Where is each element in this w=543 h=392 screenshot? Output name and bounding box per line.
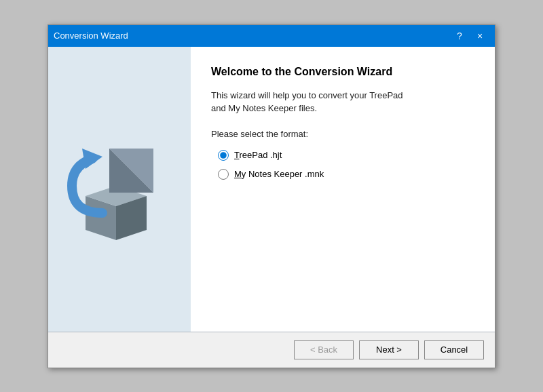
title-bar: Conversion Wizard ? ×: [48, 25, 495, 47]
next-button[interactable]: Next >: [359, 340, 419, 359]
svg-marker-5: [82, 149, 102, 169]
radio-item-mnk[interactable]: My Notes Keeper .mnk: [218, 169, 474, 180]
close-button[interactable]: ×: [470, 29, 489, 43]
right-panel: Welcome to the Conversion Wizard This wi…: [191, 47, 495, 332]
content-area: Welcome to the Conversion Wizard This wi…: [48, 47, 495, 332]
radio-treepad-label[interactable]: TreePad .hjt: [234, 150, 282, 160]
format-prompt: Please select the format:: [211, 129, 474, 139]
description: This wizard will help you to convert you…: [211, 89, 474, 115]
description-line1: This wizard will help you to convert you…: [211, 90, 403, 100]
radio-treepad[interactable]: [218, 150, 229, 161]
title-bar-controls: ? ×: [450, 29, 489, 43]
format-radio-group: TreePad .hjt My Notes Keeper .mnk: [218, 150, 474, 180]
wizard-icon: [65, 135, 174, 243]
left-panel: [48, 47, 191, 332]
conversion-wizard-window: Conversion Wizard ? × Wel: [48, 24, 495, 368]
radio-item-treepad[interactable]: TreePad .hjt: [218, 150, 474, 161]
help-button[interactable]: ?: [450, 29, 469, 43]
title-bar-left: Conversion Wizard: [54, 31, 128, 41]
cancel-button[interactable]: Cancel: [424, 340, 484, 359]
radio-mnk[interactable]: [218, 169, 229, 180]
radio-mnk-label[interactable]: My Notes Keeper .mnk: [234, 169, 324, 179]
back-button[interactable]: < Back: [294, 340, 354, 359]
window-title: Conversion Wizard: [54, 31, 128, 41]
welcome-title: Welcome to the Conversion Wizard: [211, 66, 474, 78]
footer: < Back Next > Cancel: [48, 332, 495, 368]
description-line2: and My Notes Keeper files.: [211, 103, 317, 113]
